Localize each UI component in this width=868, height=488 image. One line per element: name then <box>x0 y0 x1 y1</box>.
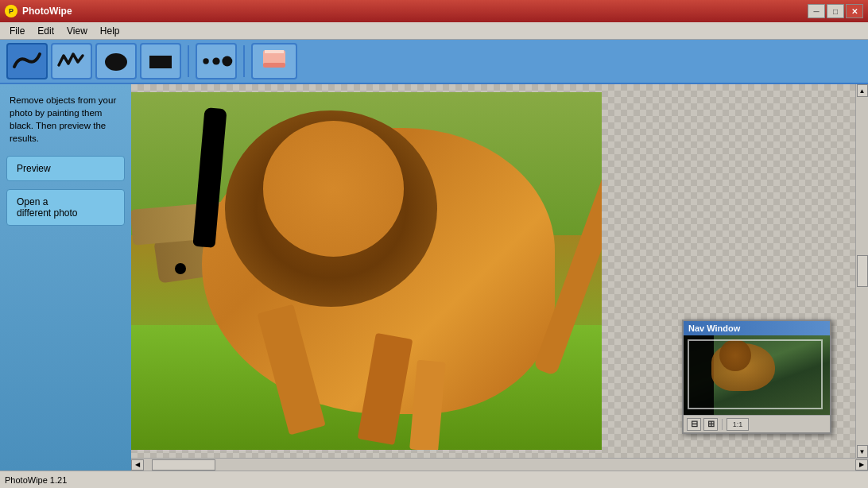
instructions-text: Remove objects from your photo by painti… <box>6 91 125 148</box>
titlebar-title: PhotoWipe <box>22 6 72 17</box>
nav-window: Nav Window ⊟ ⊞ <box>682 320 831 434</box>
nav-separator <box>722 419 723 430</box>
titlebar-left: P PhotoWipe <box>5 5 72 17</box>
vscroll-down-button[interactable]: ▼ <box>857 445 868 458</box>
nav-zoom-out-button[interactable]: ⊟ <box>687 418 701 431</box>
app-icon: P <box>5 5 17 17</box>
nav-fit-button[interactable]: 1:1 <box>727 418 749 431</box>
toolbar <box>0 40 868 84</box>
main-area: Remove objects from your photo by painti… <box>0 84 868 471</box>
toolbar-separator-1 <box>188 45 189 77</box>
tool-brush-rough[interactable] <box>51 43 92 79</box>
left-panel: Remove objects from your photo by painti… <box>0 84 131 471</box>
vscroll-up-button[interactable]: ▲ <box>857 84 868 97</box>
minimize-button[interactable]: ─ <box>808 4 825 18</box>
nav-preview-area[interactable] <box>684 335 830 415</box>
tool-brush-blob[interactable] <box>95 43 137 79</box>
statusbar-text: PhotoWipe 1.21 <box>5 475 67 485</box>
menu-view[interactable]: View <box>60 24 94 38</box>
titlebar: P PhotoWipe ─ □ ✕ <box>0 0 868 22</box>
close-button[interactable]: ✕ <box>846 4 863 18</box>
statusbar: PhotoWipe 1.21 <box>0 471 868 488</box>
tool-eraser[interactable] <box>251 43 297 79</box>
menu-file[interactable]: File <box>3 24 31 38</box>
nav-window-title: Nav Window <box>688 323 740 333</box>
svg-rect-6 <box>263 63 285 68</box>
hscroll-right-button[interactable]: ▶ <box>855 459 868 471</box>
svg-point-0 <box>105 53 127 71</box>
canvas-area[interactable]: Nav Window ⊟ ⊞ <box>131 84 855 458</box>
preview-button[interactable]: Preview <box>6 156 125 181</box>
svg-rect-1 <box>149 56 172 68</box>
open-different-photo-button[interactable]: Open a different photo <box>6 189 125 226</box>
toolbar-separator-2 <box>243 45 245 77</box>
tool-brush-smooth[interactable] <box>6 43 48 79</box>
vscroll-thumb[interactable] <box>857 255 868 287</box>
canvas-wrapper: Nav Window ⊟ ⊞ <box>131 84 868 471</box>
menubar: File Edit View Help <box>0 22 868 40</box>
maximize-button[interactable]: □ <box>827 4 844 18</box>
horizontal-scrollbar[interactable]: ◀ ▶ <box>131 458 868 471</box>
canvas-scroll-area: Nav Window ⊟ ⊞ <box>131 84 868 458</box>
nav-window-titlebar: Nav Window <box>684 321 830 335</box>
titlebar-buttons: ─ □ ✕ <box>808 4 863 18</box>
nav-window-toolbar: ⊟ ⊞ 1:1 <box>684 415 830 432</box>
menu-help[interactable]: Help <box>94 24 126 38</box>
hscroll-thumb[interactable] <box>152 459 215 471</box>
svg-point-4 <box>222 56 232 67</box>
vertical-scrollbar[interactable]: ▲ ▼ <box>855 84 868 458</box>
paint-mark-dot <box>175 263 186 274</box>
svg-rect-7 <box>265 50 284 53</box>
hscroll-left-button[interactable]: ◀ <box>131 459 144 471</box>
tool-dots-small[interactable] <box>196 43 237 79</box>
menu-edit[interactable]: Edit <box>31 24 60 38</box>
tool-brush-rect[interactable] <box>140 43 181 79</box>
svg-point-3 <box>212 57 219 64</box>
nav-black-overlay <box>684 335 714 415</box>
photo-canvas[interactable] <box>131 92 602 450</box>
svg-point-2 <box>203 58 208 64</box>
nav-zoom-in-button[interactable]: ⊞ <box>703 418 718 431</box>
